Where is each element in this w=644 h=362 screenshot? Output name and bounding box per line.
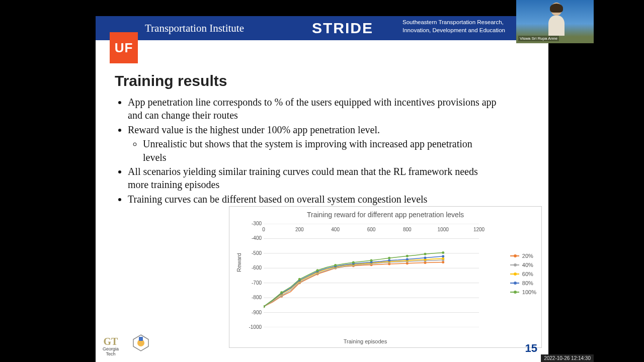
bullet-2: Reward value is the highest under 100% a… (128, 123, 497, 136)
chart-xlabel: Training episodes (229, 338, 501, 344)
svg-point-48 (388, 259, 390, 261)
chart-title: Training reward for different app penetr… (229, 211, 541, 219)
uf-logo: UF (110, 32, 138, 63)
bullet-list: App penetration line corresponds to % of… (115, 96, 497, 207)
svg-point-53 (280, 291, 283, 294)
svg-point-18 (442, 261, 444, 263)
svg-rect-65 (139, 337, 143, 341)
header-institute: Transportation Institute (145, 16, 244, 40)
bullet-2a: Unrealistic but shows that the system is… (143, 137, 497, 164)
chart: Training reward for different app penetr… (229, 206, 542, 348)
svg-point-62 (442, 251, 444, 254)
slide: Transportation Institute STRIDE Southeas… (96, 16, 548, 362)
bullet-3: All scenarios yielding similar training … (128, 165, 497, 192)
legend-item: 60% (510, 271, 536, 277)
chart-ylabel: Reward (236, 253, 242, 272)
chart-plot (264, 224, 479, 327)
header-subtitle: Southeastern Transportation Research, In… (403, 19, 505, 34)
svg-point-54 (298, 278, 301, 281)
legend-item: 80% (510, 280, 536, 286)
timestamp: 2022-10-26 12:14:30 (541, 354, 594, 362)
header-stride: STRIDE (312, 16, 373, 40)
svg-point-51 (442, 255, 444, 257)
slide-number: 15 (525, 342, 537, 355)
lab-logo-icon (132, 334, 150, 352)
svg-point-49 (406, 258, 409, 260)
legend-item: 20% (510, 253, 536, 259)
chart-legend: 20%40%60%80%100% (510, 253, 536, 298)
webcam-person-icon (547, 3, 566, 38)
legend-item: 40% (510, 262, 536, 268)
svg-point-60 (406, 255, 409, 257)
svg-point-59 (388, 257, 390, 259)
svg-point-55 (316, 269, 319, 272)
slide-title: Training results (115, 72, 227, 89)
bullet-1: App penetration line corresponds to % of… (128, 96, 497, 122)
header-bar: Transportation Institute STRIDE Southeas… (96, 16, 548, 40)
bullet-4: Training curves can be different based o… (128, 193, 497, 206)
svg-point-61 (424, 253, 427, 255)
legend-item: 100% (510, 289, 536, 295)
georgia-tech-logo: GT Georgia Tech (103, 336, 119, 357)
webcam-name: Viswa Sri Rupa Anne (518, 36, 559, 41)
svg-point-57 (352, 261, 355, 264)
svg-point-58 (370, 259, 373, 261)
svg-point-56 (334, 264, 337, 266)
svg-point-40 (442, 257, 444, 260)
svg-point-50 (424, 256, 427, 259)
webcam-overlay: Viswa Sri Rupa Anne (516, 0, 594, 43)
